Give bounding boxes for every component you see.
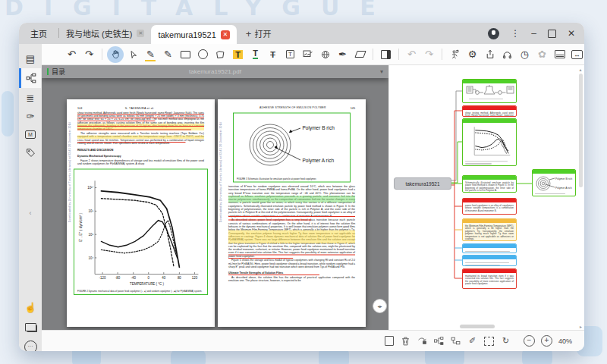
- more-options-icon[interactable]: ···: [20, 338, 40, 351]
- home-tab[interactable]: 主页: [19, 23, 58, 44]
- scrollbar-thumb[interactable]: [579, 74, 583, 187]
- tab-takemura-active[interactable]: takemura19521 ✕: [151, 25, 236, 44]
- panel-divider-toggle[interactable]: ◂▸: [373, 299, 387, 313]
- mindmap-card-chart[interactable]: [462, 118, 517, 166]
- pencil-button[interactable]: ✎: [160, 46, 176, 62]
- mindmap-card-red-note[interactable]: shear testing method. Adherends used wer…: [462, 105, 517, 117]
- mindmap-card-yellow-note[interactable]: the Minimum Film-Forming Temperature (MF…: [462, 218, 517, 241]
- maximize-button[interactable]: [548, 30, 556, 38]
- red-underline-annotation[interactable]: [228, 275, 319, 275]
- notification-icon[interactable]: [488, 28, 499, 39]
- pdf-page-145[interactable]: ADHESIVE STRENGTH OF EMULSION POLYMER 14…: [218, 99, 366, 327]
- close-tab-icon[interactable]: ✕: [221, 30, 230, 39]
- red-underline-annotation[interactable]: [228, 216, 355, 217]
- rectangle-tool-button[interactable]: [178, 46, 193, 62]
- quill-pen-icon[interactable]: ✑: [20, 108, 40, 124]
- red-strikeout-annotation[interactable]: [77, 126, 204, 127]
- read-aloud-button[interactable]: [499, 46, 515, 62]
- mindmap-card-blue-note[interactable]: [462, 255, 517, 266]
- delete-node-button[interactable]: [400, 335, 411, 347]
- settings-button[interactable]: ⚙: [464, 46, 480, 62]
- annotation-list-icon[interactable]: ≣: [20, 89, 40, 106]
- scroll-right-icon[interactable]: ▸: [580, 324, 582, 329]
- hyperlink-button[interactable]: [317, 46, 333, 62]
- ellipse-tool-button[interactable]: [195, 46, 211, 62]
- decorate-button[interactable]: ✿: [534, 46, 550, 62]
- undo-button[interactable]: ↶: [64, 46, 80, 62]
- polygon-tool-button[interactable]: [212, 46, 228, 62]
- tree-layout-button[interactable]: [433, 335, 445, 347]
- underline-text-button[interactable]: T: [247, 46, 263, 62]
- outline-panel-icon[interactable]: ▤: [20, 50, 40, 67]
- red-underline-annotation[interactable]: [77, 118, 204, 118]
- document-area[interactable]: 目录 takemura19521.pdf ▾ 144 S. TAKEMURA e…: [42, 65, 388, 330]
- tab-essay[interactable]: 我与地坛 (史铁生) ✕: [59, 23, 151, 44]
- mindmap-root-node[interactable]: takemura19521: [394, 177, 451, 190]
- reader-mode-icon[interactable]: [20, 318, 40, 335]
- document-dropdown-icon[interactable]: ▾: [380, 68, 383, 75]
- reading-layout-button[interactable]: [552, 46, 568, 62]
- refresh-layout-button[interactable]: ↻: [500, 335, 511, 347]
- mindmap-panel-icon[interactable]: [19, 68, 41, 88]
- highlight-text-button[interactable]: T: [230, 46, 246, 62]
- add-node-button[interactable]: [383, 335, 395, 347]
- mindmap-panel[interactable]: takemura19521: [388, 65, 584, 330]
- open-file-button[interactable]: + 打开: [246, 23, 272, 44]
- red-strikeout-annotation[interactable]: [77, 130, 191, 130]
- share-button[interactable]: [482, 46, 498, 62]
- figure-3-selection[interactable]: Polymer B rich Polymer A rich FIGURE 3 S…: [233, 113, 351, 183]
- red-underline-annotation[interactable]: [228, 255, 355, 256]
- mindmap-card-apparatus[interactable]: [462, 79, 517, 103]
- scrollbar-thumb[interactable]: [460, 325, 495, 328]
- figure-2-selection[interactable]: -120 -80 -40 0 40 80 120 TEMPERATURE ( °…: [74, 169, 208, 295]
- close-window-button[interactable]: ✕: [568, 28, 575, 39]
- link-node-button[interactable]: [417, 335, 428, 347]
- minimize-button[interactable]: –: [531, 28, 536, 39]
- side-panel-button[interactable]: [378, 46, 394, 62]
- red-underline-annotation[interactable]: [77, 115, 204, 115]
- hand-pointer-icon[interactable]: ☝: [20, 299, 40, 315]
- eraser-button[interactable]: [352, 46, 368, 62]
- red-underline-annotation[interactable]: [228, 258, 293, 259]
- mindmap-horizontal-scrollbar[interactable]: [389, 324, 575, 329]
- screenshot-button[interactable]: [483, 335, 495, 347]
- yellow-highlight-annotation[interactable]: [228, 231, 355, 244]
- red-underline-annotation[interactable]: [77, 142, 186, 143]
- redo-button[interactable]: ↷: [81, 46, 97, 62]
- mindmap-card-red-note[interactable]: maintained its broad transition even if …: [462, 268, 517, 289]
- mindmap-card-red-note[interactable]: power feed copolymer is an alloy of copo…: [462, 198, 517, 215]
- image-stamp-button[interactable]: [300, 46, 316, 62]
- scroll-up-icon[interactable]: ▴: [579, 67, 581, 72]
- zoom-out-button[interactable]: −: [524, 335, 535, 347]
- hand-tool-button[interactable]: [107, 46, 124, 63]
- red-underline-annotation[interactable]: [77, 121, 156, 121]
- style-brush-button[interactable]: ✐: [467, 335, 478, 347]
- signature-button[interactable]: ✒: [335, 46, 351, 62]
- menu-kebab-icon[interactable]: ⋮: [511, 28, 520, 39]
- red-underline-annotation[interactable]: [228, 220, 311, 221]
- toc-button[interactable]: 目录: [52, 67, 65, 77]
- mindmap-vertical-scrollbar[interactable]: ▴: [577, 67, 583, 319]
- undo-secondary-button[interactable]: ↶: [404, 46, 420, 62]
- collapse-sidebar-icon[interactable]: ‹: [20, 205, 40, 221]
- redo-secondary-button[interactable]: ↷: [421, 46, 437, 62]
- timer-button[interactable]: ◷: [517, 46, 533, 62]
- mindmap-card-particle[interactable]: Polymer B rich Polymer A rich: [532, 169, 576, 196]
- green-highlight-annotation[interactable]: [228, 196, 355, 202]
- pdf-page-144[interactable]: 144 S. TAKEMURA et al. shear testing met…: [67, 99, 215, 327]
- close-tab-icon[interactable]: ✕: [137, 30, 144, 37]
- strikeout-text-icon: T: [270, 50, 275, 59]
- zoom-in-button[interactable]: +: [541, 335, 552, 347]
- text-box-button[interactable]: T: [282, 46, 298, 62]
- notes-icon[interactable]: M: [20, 126, 40, 143]
- select-tool-button[interactable]: [125, 46, 141, 62]
- yellow-highlight-annotation[interactable]: [77, 136, 204, 140]
- mindmap-card-green-note[interactable]: Schematically illustrated emulsion parti…: [462, 175, 517, 193]
- fit-width-button[interactable]: ↔: [569, 46, 584, 62]
- highlighter-pen-button[interactable]: ✎: [143, 46, 159, 62]
- sibling-node-button[interactable]: [450, 335, 461, 347]
- tag-icon[interactable]: [20, 144, 40, 161]
- strikeout-text-button[interactable]: T: [265, 46, 281, 62]
- mindmap-card-blue-note[interactable]: [462, 243, 517, 253]
- ai-mindmap-button[interactable]: [447, 46, 463, 62]
